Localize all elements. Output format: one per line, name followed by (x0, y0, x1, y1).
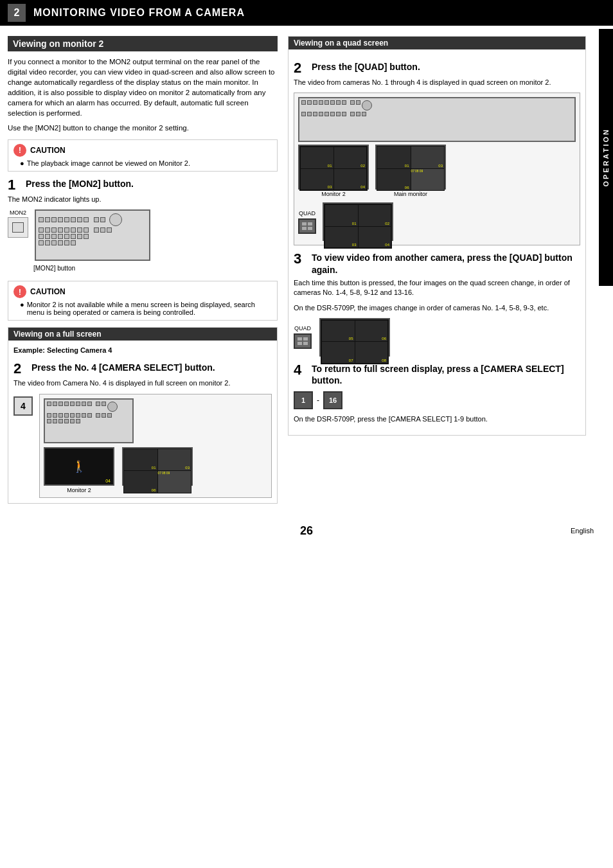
qmf-label-1: 01 (405, 164, 409, 168)
dvr-btn (47, 413, 51, 418)
quad-step4-header: 4 To return to full screen display, pres… (294, 363, 580, 386)
chapter-title: MONITORING VIDEO FROM A CAMERA (33, 7, 245, 19)
dvr-mini (44, 398, 134, 443)
fullscreen-section-content: Example: Selecting Camera 4 2 Press the … (8, 341, 277, 503)
dvr-btn (301, 100, 306, 105)
dvr-btn (324, 112, 329, 116)
qmf-sub1: 07 (411, 169, 415, 173)
q-dvr-row1 (301, 100, 573, 111)
dvr-btn (51, 240, 57, 245)
mqs-cell-4: 04 (334, 169, 367, 190)
cam-btn-1[interactable]: 1 (294, 391, 313, 409)
quad-button-row: QUAD (298, 202, 576, 241)
dvr-btn (71, 240, 76, 245)
left-section-title: Viewing on monitor 2 (8, 36, 278, 51)
mon2-inner (12, 222, 24, 233)
quad-monitor2-display: 01 02 03 04 (299, 146, 368, 191)
dvr-btn (58, 234, 63, 239)
mmf-sub1: 07 (158, 471, 162, 475)
dvr-btn (64, 240, 69, 245)
quad-step2-header: 2 Press the [QUAD] button. (294, 61, 580, 75)
monitor2-screen: 04 🚶 (44, 447, 114, 486)
cam4-button-group: 4 (13, 394, 33, 416)
step1-num: 1 (8, 178, 21, 192)
dvr-right-mini (96, 402, 118, 412)
dvr-btn (70, 419, 75, 423)
main-monitor-quad: 01 03 06 07 08 09 (123, 448, 191, 493)
quad-main-monitor-screen: 01 03 06 07 08 09 (375, 145, 446, 190)
cam-select-buttons-row: 1 - 16 (294, 391, 580, 409)
quad-btn-label: QUAD (299, 210, 315, 217)
cam-btn-16[interactable]: 16 (323, 391, 342, 409)
dvr-btn (82, 413, 86, 418)
right-column: Viewing on a quad screen 2 Press the [QU… (288, 36, 605, 511)
s3-label-3: 07 (349, 359, 353, 362)
step3-result-display: 05 06 07 08 (321, 319, 389, 364)
mqs-cell-1: 01 (301, 147, 333, 168)
s3-label-4: 08 (382, 359, 386, 362)
qmf-cell-2: 03 (411, 146, 445, 168)
dvr-btn (58, 402, 63, 406)
mmf-cell-3: 06 (124, 471, 157, 493)
monitor2-unit: 04 🚶 Monitor 2 (44, 447, 114, 493)
dvr-btn (77, 217, 82, 222)
mmf-label-1: 01 (152, 466, 156, 470)
dvr-btn (76, 413, 80, 418)
s3-cell-2: 06 (355, 321, 388, 342)
dvr-btn (84, 234, 89, 239)
dvr-btn (330, 112, 335, 116)
dvr-btn (47, 419, 51, 423)
dvr-btn (58, 413, 63, 418)
caution-text-2: ● Monitor 2 is not available while a men… (20, 301, 272, 316)
dvr-btn (342, 112, 346, 116)
qmf-label-3: 06 (405, 186, 409, 190)
caution-box-2: ! CAUTION ● Monitor 2 is not available w… (8, 281, 278, 321)
dvr-btn (336, 100, 341, 105)
intro-text: If you connect a monitor to the MON2 out… (8, 57, 278, 119)
dvr-btn (307, 112, 312, 116)
dvr-btn (64, 234, 69, 239)
dvr-btn (94, 217, 99, 222)
dvr-btn (82, 402, 86, 406)
qr-label-3: 03 (352, 243, 357, 247)
dvr-btn (100, 227, 105, 233)
dvr-btn (71, 227, 76, 233)
dvr-btn (53, 419, 57, 423)
dvr-btn (319, 112, 323, 116)
step3-quad-btn-group: QUAD (294, 325, 312, 349)
caution-title-2: CAUTION (30, 287, 66, 296)
s3-label-2: 06 (382, 337, 386, 341)
quad-step3-desc1: Each time this button is pressed, the fo… (294, 278, 580, 298)
quad-result-screen: 01 02 03 04 (323, 202, 393, 241)
quad-btn-group: QUAD (298, 210, 316, 234)
page-number: 26 (300, 524, 313, 538)
dvr-btn (71, 234, 76, 239)
quad-step3-title: To view video from another camera, press… (312, 252, 580, 275)
fullscreen-diagram-box: 04 🚶 Monitor 2 (39, 394, 272, 498)
dvr-btn (51, 234, 57, 239)
dvr-right-mini2 (96, 413, 112, 418)
caution-title-1: CAUTION (30, 146, 66, 155)
mqs-label-3: 03 (328, 185, 332, 189)
quad-button[interactable] (298, 218, 316, 234)
mon2-caption: [MON2] button (33, 265, 278, 272)
operation-label: OPERATION (602, 128, 610, 187)
dvr-btn (77, 234, 82, 239)
quad-step2-desc: The video from cameras No. 1 through 4 i… (294, 78, 580, 87)
dvr-btn (45, 240, 50, 245)
left-column: Viewing on monitor 2 If you connect a mo… (8, 36, 278, 511)
quad-dvr (298, 97, 576, 142)
s3-cell-1: 05 (322, 321, 355, 342)
qmf-cell-4: 07 08 09 (411, 169, 445, 191)
step3-quad-button[interactable] (294, 333, 312, 349)
dvr-btn (76, 419, 80, 423)
svg-rect-0 (302, 222, 306, 226)
dvr-btn (53, 413, 57, 418)
dvr-btn (324, 100, 329, 105)
quad-dvr-area (298, 97, 576, 142)
dvr-btn (100, 217, 105, 222)
caution-header-2: ! CAUTION (13, 285, 272, 298)
mon2-button-img (8, 217, 28, 238)
quad-main-display: 01 03 06 07 08 09 (377, 146, 445, 191)
svg-rect-3 (308, 227, 312, 230)
